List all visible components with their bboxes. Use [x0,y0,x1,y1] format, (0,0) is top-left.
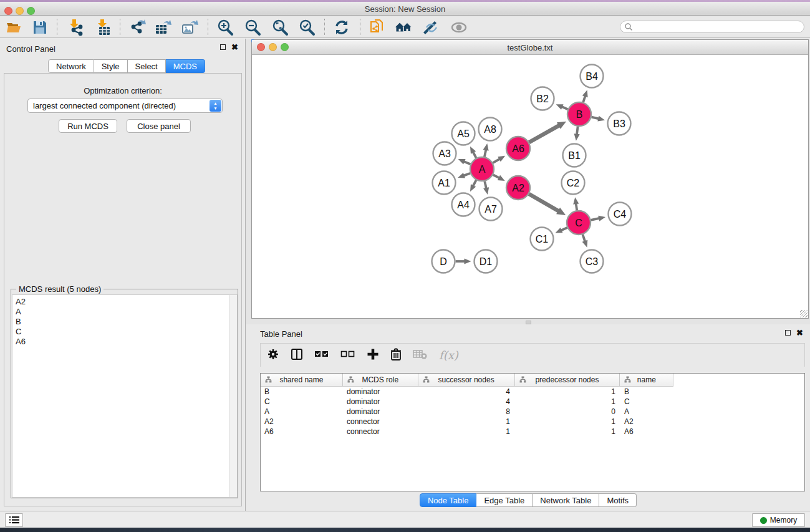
criterion-dropdown[interactable]: largest connected component (directed) ▲… [27,99,223,113]
table-cell[interactable]: A2 [261,417,343,427]
run-mcds-button[interactable]: Run MCDS [59,119,117,133]
export-image-icon[interactable] [180,18,199,37]
table-cell[interactable]: 4 [418,387,515,397]
table-cell[interactable]: 1 [515,417,620,427]
table-cell[interactable]: A6 [620,427,674,437]
edge-C-C1[interactable] [561,228,567,230]
export-network-icon[interactable] [128,18,147,37]
settings-gear-icon[interactable] [267,348,279,363]
table-cell[interactable]: A [620,407,674,417]
table-cell[interactable]: C [261,397,343,407]
mcds-result-item[interactable]: A6 [12,337,237,347]
import-table-icon[interactable] [95,18,113,37]
table-cell[interactable]: connector [343,417,418,427]
edge-A-A1[interactable] [464,173,471,176]
table-cell[interactable]: connector [343,427,418,437]
mcds-result-item[interactable]: B [12,317,237,327]
table-row[interactable]: A6connector11A6 [261,427,804,437]
close-panel-icon[interactable]: ✖ [796,330,803,336]
graph-node-C[interactable]: C [567,211,591,235]
edge-C-C2[interactable] [576,203,577,210]
table-cell[interactable]: dominator [343,387,418,397]
table-row[interactable]: Bdominator41B [261,387,804,397]
edge-A-A4[interactable] [473,180,476,186]
edge-B-B4[interactable] [583,96,585,102]
table-cell[interactable]: A6 [261,427,343,437]
edge-B-B1[interactable] [577,127,578,135]
edge-A6-B[interactable] [529,125,559,142]
table-cell[interactable]: 1 [515,387,620,397]
tab-select[interactable]: Select [128,59,166,73]
delete-column-icon[interactable] [390,348,402,363]
edge-B-B2[interactable] [562,107,568,109]
graph-node-D1[interactable]: D1 [475,250,498,273]
graph-node-A8[interactable]: A8 [479,118,502,141]
open-session-icon[interactable] [4,18,23,37]
edge-A-A7[interactable] [485,181,486,189]
graph-node-C3[interactable]: C3 [581,250,604,273]
edge-A-A5[interactable] [473,152,476,158]
save-session-icon[interactable] [31,18,49,37]
task-history-button[interactable] [5,513,23,527]
column-header-predecessor-nodes[interactable]: predecessor nodes [515,374,620,386]
table-row[interactable]: Cdominator41C [261,397,804,407]
select-all-checkboxes-icon[interactable] [314,348,329,363]
graph-node-A1[interactable]: A1 [433,172,456,195]
copy-network-icon[interactable] [368,18,387,37]
table-cell[interactable]: dominator [343,397,418,407]
import-network-icon[interactable] [67,18,85,37]
edge-B-B3[interactable] [591,117,599,119]
float-panel-icon[interactable] [220,44,226,50]
graph-node-A2[interactable]: A2 [506,176,530,200]
mcds-result-item[interactable]: A [12,307,237,317]
mcds-result-list[interactable]: A2ABCA6 [12,294,238,498]
table-cell[interactable]: dominator [343,407,418,417]
graph-node-B4[interactable]: B4 [581,65,604,88]
column-header-MCDS-role[interactable]: MCDS role [343,374,418,386]
tab-style[interactable]: Style [94,59,128,73]
tab-mcds[interactable]: MCDS [166,59,205,73]
table-cell[interactable]: 4 [418,397,515,407]
edge-A-A8[interactable] [485,150,486,157]
float-panel-icon[interactable] [785,330,791,336]
mcds-result-item[interactable]: A2 [12,297,237,307]
tab-edge-table[interactable]: Edge Table [476,493,533,507]
table-cell[interactable]: 1 [515,427,620,437]
refresh-icon[interactable] [332,18,351,37]
table-cell[interactable]: C [620,397,674,407]
graph-node-C1[interactable]: C1 [531,228,554,251]
network-resize-grip[interactable] [800,310,808,317]
table-cell[interactable]: B [261,387,343,397]
edge-A-A2[interactable] [493,175,499,178]
tab-node-table[interactable]: Node Table [420,493,477,507]
tab-motifs[interactable]: Motifs [599,493,637,507]
result-scrollbar[interactable] [229,295,237,497]
graph-node-A[interactable]: A [470,157,494,181]
graph-node-D[interactable]: D [432,250,455,273]
column-selector-icon[interactable] [291,348,303,363]
graph-node-C4[interactable]: C4 [609,203,632,226]
graph-node-A3[interactable]: A3 [433,142,456,165]
deselect-all-checkboxes-icon[interactable] [340,348,355,363]
graph-node-B1[interactable]: B1 [563,144,586,167]
table-cell[interactable]: 0 [515,407,620,417]
zoom-fit-icon[interactable] [271,18,289,37]
graph-node-A7[interactable]: A7 [480,198,503,221]
column-header-shared-name[interactable]: shared name [261,374,343,386]
table-row[interactable]: A2connector11A2 [261,417,804,427]
edge-C-C3[interactable] [582,235,585,241]
graph-node-A6[interactable]: A6 [506,137,530,160]
table-cell[interactable]: 1 [418,417,515,427]
edge-A-A6[interactable] [493,159,499,163]
edge-A2-C[interactable] [529,194,559,211]
table-cell[interactable]: B [620,387,674,397]
table-cell[interactable]: 1 [418,427,515,437]
zoom-selected-icon[interactable] [297,18,316,37]
graph-node-A4[interactable]: A4 [452,193,475,216]
search-input[interactable] [620,21,804,33]
add-column-icon[interactable] [367,348,379,363]
column-header-name[interactable]: name [620,374,673,386]
zoom-in-icon[interactable] [216,18,234,37]
close-panel-icon[interactable]: ✖ [231,44,238,50]
graph-node-A5[interactable]: A5 [452,122,475,145]
